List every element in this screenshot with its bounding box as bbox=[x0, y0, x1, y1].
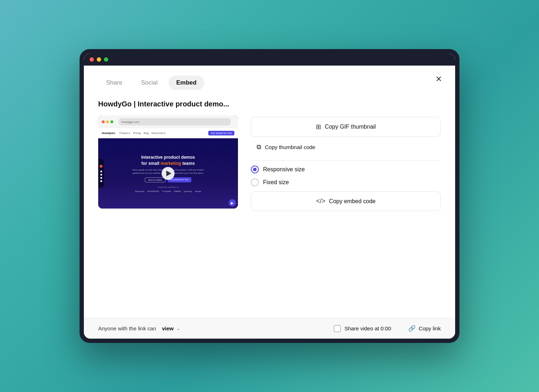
share-at-label: Share video at 0:00 bbox=[344, 325, 391, 331]
sidebar-dot-1 bbox=[100, 171, 102, 172]
responsive-size-option[interactable]: Responsive size bbox=[251, 166, 441, 173]
fixed-size-radio[interactable] bbox=[251, 178, 259, 186]
sidebar-dot-2 bbox=[100, 174, 102, 176]
divider-1 bbox=[251, 160, 441, 161]
permission-chevron-icon: ⌄ bbox=[176, 326, 180, 331]
demo-nav-items: Product ▾ Pricing Blog Resources ▾ bbox=[119, 132, 166, 135]
window-minimize-dot bbox=[97, 57, 101, 62]
tab-social[interactable]: Social bbox=[133, 76, 165, 90]
share-at-checkbox[interactable] bbox=[334, 325, 341, 332]
dialog-container: ✕ Share Social Embed HowdyGo | Interacti… bbox=[84, 53, 455, 339]
permission-action: view bbox=[162, 325, 174, 331]
play-triangle-icon bbox=[166, 171, 171, 176]
demo-badge-icon: ▶ bbox=[231, 201, 234, 205]
copy-link-button[interactable]: 🔗 Copy link bbox=[408, 325, 441, 332]
copy-gif-thumbnail-button[interactable]: ⊞ Copy GIF thumbnail bbox=[251, 117, 441, 137]
responsive-size-label: Responsive size bbox=[263, 166, 305, 173]
device-frame: ✕ Share Social Embed HowdyGo | Interacti… bbox=[80, 49, 459, 343]
demo-sidebar-handle bbox=[98, 159, 104, 188]
browser-dot-green bbox=[110, 120, 113, 123]
demo-badge: ▶ bbox=[229, 199, 236, 206]
dialog-footer: Anyone with the link can view ⌄ Share vi… bbox=[84, 318, 455, 339]
fixed-size-label: Fixed size bbox=[263, 179, 289, 186]
permission-prefix: Anyone with the link can bbox=[98, 325, 156, 331]
browser-url-bar: howdygo.com bbox=[119, 118, 231, 125]
sidebar-dot-red bbox=[100, 165, 102, 168]
copy-thumbnail-code-label: Copy thumbnail code bbox=[265, 144, 315, 150]
copy-embed-code-label: Copy embed code bbox=[329, 198, 376, 205]
play-button-overlay[interactable] bbox=[162, 167, 175, 180]
sidebar-dot-3 bbox=[100, 177, 102, 179]
demo-nav-product: Product ▾ bbox=[119, 132, 130, 135]
tab-bar: Share Social Embed bbox=[98, 76, 441, 90]
copy-gif-thumbnail-label: Copy GIF thumbnail bbox=[325, 124, 376, 130]
fixed-size-option[interactable]: Fixed size bbox=[251, 178, 441, 186]
demo-logo-skodel: skodel bbox=[195, 190, 201, 192]
image-icon: ⊞ bbox=[316, 123, 321, 131]
copy-thumbnail-code-button[interactable]: ⧉ Copy thumbnail code bbox=[251, 138, 441, 156]
window-close-dot bbox=[90, 57, 94, 62]
demo-trusted-label: Trusted by marketers at bbox=[158, 186, 178, 188]
tab-embed[interactable]: Embed bbox=[168, 76, 205, 90]
browser-chrome-bar: howdygo.com bbox=[98, 115, 238, 128]
demo-logo-payble: ✦ Payble bbox=[162, 190, 171, 192]
permission-selector[interactable]: Anyone with the link can view ⌄ bbox=[98, 325, 180, 331]
demo-logo-flagsmith: Flagsmith bbox=[135, 190, 144, 192]
demo-cta-button: Get started for free bbox=[208, 131, 234, 135]
video-title: HowdyGo | Interactive product demo... bbox=[98, 100, 441, 108]
responsive-size-radio[interactable] bbox=[251, 166, 259, 173]
share-at-timestamp[interactable]: Share video at 0:00 bbox=[334, 325, 391, 332]
demo-app-logo: HowdyGo bbox=[102, 132, 115, 135]
demo-see-in-action-btn: See it in action bbox=[145, 177, 165, 182]
title-bar bbox=[84, 53, 455, 66]
embed-code-icon: </> bbox=[316, 197, 325, 205]
size-option-group: Responsive size Fixed size bbox=[251, 166, 441, 186]
demo-partner-logos: Flagsmith ANSARADA ✦ Payble AIMMO gocert… bbox=[135, 190, 201, 192]
demo-nav-resources: Resources ▾ bbox=[152, 132, 166, 135]
tab-share[interactable]: Share bbox=[98, 76, 130, 90]
browser-dots bbox=[102, 120, 113, 123]
demo-app-navbar: HowdyGo Product ▾ Pricing Blog Resources… bbox=[98, 128, 238, 138]
responsive-size-radio-inner bbox=[253, 168, 257, 171]
video-thumbnail: howdygo.com HowdyGo Product ▾ Pricing Bl… bbox=[98, 115, 238, 209]
demo-nav-blog: Blog bbox=[144, 132, 149, 135]
sidebar-dot-4 bbox=[100, 180, 102, 182]
copy-code-icon: ⧉ bbox=[257, 143, 261, 151]
demo-hero-section: Interactive product demosfor small marke… bbox=[98, 138, 238, 209]
copy-link-label: Copy link bbox=[419, 325, 441, 331]
demo-hero-heading: Interactive product demosfor small marke… bbox=[141, 154, 195, 167]
thumbnail-inner: howdygo.com HowdyGo Product ▾ Pricing Bl… bbox=[98, 115, 238, 209]
window-maximize-dot bbox=[104, 57, 108, 62]
main-content-row: howdygo.com HowdyGo Product ▾ Pricing Bl… bbox=[98, 115, 441, 318]
demo-logo-gocertify: gocertify bbox=[184, 190, 192, 192]
browser-dot-red bbox=[102, 120, 105, 123]
link-icon: 🔗 bbox=[408, 325, 416, 332]
demo-nav-pricing: Pricing bbox=[133, 132, 140, 135]
demo-logo-aimmo: AIMMO bbox=[174, 190, 181, 192]
close-button[interactable]: ✕ bbox=[432, 73, 445, 86]
close-icon: ✕ bbox=[435, 75, 442, 84]
copy-embed-code-button[interactable]: </> Copy embed code bbox=[251, 191, 441, 211]
browser-dot-yellow bbox=[106, 120, 109, 123]
embed-options-panel: ⊞ Copy GIF thumbnail ⧉ Copy thumbnail co… bbox=[251, 115, 441, 318]
demo-logo-ansarada: ANSARADA bbox=[147, 190, 159, 192]
dialog-body: ✕ Share Social Embed HowdyGo | Interacti… bbox=[84, 66, 455, 318]
